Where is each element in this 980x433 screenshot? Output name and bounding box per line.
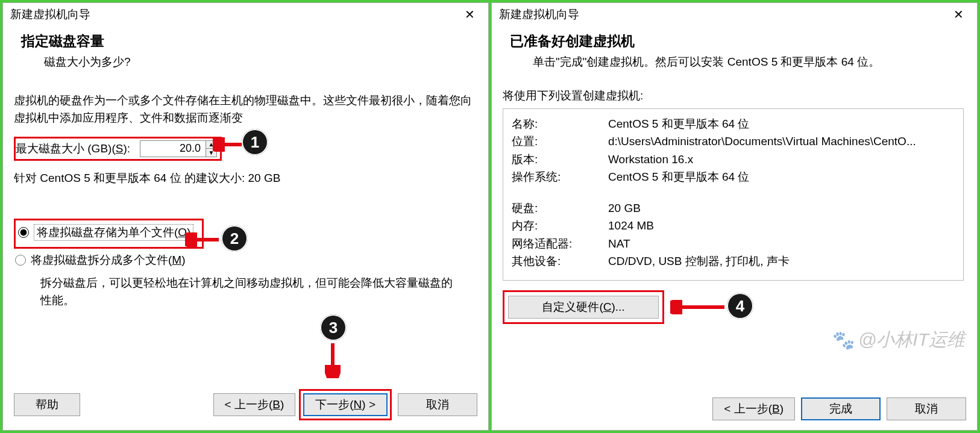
radio-split-files-label: 将虚拟磁盘拆分成多个文件(M)	[31, 252, 185, 268]
summary-value: CD/DVD, USB 控制器, 打印机, 声卡	[608, 252, 790, 270]
radio-single-file-label: 将虚拟磁盘存储为单个文件(O)	[34, 224, 193, 241]
summary-row: 其他设备:CD/DVD, USB 控制器, 打印机, 声卡	[512, 252, 955, 270]
disk-size-input[interactable]	[140, 141, 206, 157]
annotation-badge-4: 4	[727, 293, 753, 319]
back-button[interactable]: < 上一步(B)	[712, 397, 795, 420]
max-disk-size-label: 最大磁盘大小 (GB)(S):	[16, 141, 130, 157]
summary-value: d:\Users\Administrator\Documents\Virtual…	[608, 132, 916, 150]
annotation-badge-3: 3	[320, 314, 347, 341]
summary-key: 版本:	[512, 151, 608, 168]
titlebar: 新建虚拟机向导 ✕	[3, 3, 488, 26]
radio-split-files-input[interactable]	[15, 255, 26, 266]
summary-value: CentOS 5 和更早版本 64 位	[608, 115, 749, 132]
summary-key: 网络适配器:	[512, 235, 608, 252]
summary-value: 20 GB	[608, 199, 641, 217]
summary-key: 内存:	[512, 217, 608, 234]
paw-icon: 🐾	[832, 329, 855, 350]
summary-value: 1024 MB	[608, 217, 654, 234]
summary-row: 网络适配器:NAT	[512, 235, 955, 252]
radio-split-files[interactable]: 将虚拟磁盘拆分成多个文件(M)	[14, 252, 475, 268]
dialog-header: 指定磁盘容量 磁盘大小为多少?	[3, 26, 488, 78]
max-disk-size-highlight: 最大磁盘大小 (GB)(S): ▲ ▼	[14, 137, 222, 161]
watermark: 🐾 @小林IT运维	[832, 328, 965, 352]
header-subtitle: 单击"完成"创建虚拟机。然后可以安装 CentOS 5 和更早版本 64 位。	[510, 54, 959, 70]
spinner-down-icon[interactable]: ▼	[206, 149, 216, 157]
summary-value: NAT	[608, 235, 630, 252]
disk-capacity-dialog: 新建虚拟机向导 ✕ 指定磁盘容量 磁盘大小为多少? 虚拟机的硬盘作为一个或多个文…	[2, 2, 489, 431]
single-file-highlight: 将虚拟磁盘存储为单个文件(O)	[14, 219, 204, 249]
customize-hardware-button[interactable]: 自定义硬件(C)...	[508, 296, 659, 319]
summary-row: 名称:CentOS 5 和更早版本 64 位	[512, 115, 955, 132]
back-button[interactable]: < 上一步(B)	[213, 393, 296, 416]
summary-key: 位置:	[512, 132, 608, 150]
summary-key: 其他设备:	[512, 252, 608, 270]
next-button[interactable]: 下一步(N) >	[303, 393, 388, 416]
description-text: 虚拟机的硬盘作为一个或多个文件存储在主机的物理磁盘中。这些文件最初很小，随着您向…	[14, 92, 475, 127]
help-button[interactable]: 帮助	[14, 393, 80, 416]
summary-row: 内存:1024 MB	[512, 217, 955, 234]
summary-row: 操作系统:CentOS 5 和更早版本 64 位	[512, 168, 955, 185]
header-subtitle: 磁盘大小为多少?	[21, 54, 470, 70]
annotation-arrow-4	[670, 300, 727, 314]
close-icon[interactable]: ✕	[458, 6, 481, 23]
split-explanation: 拆分磁盘后，可以更轻松地在计算机之间移动虚拟机，但可能会降低大容量磁盘的性能。	[14, 270, 475, 310]
header-title: 指定磁盘容量	[21, 32, 470, 51]
disk-size-spinner[interactable]: ▲ ▼	[140, 140, 217, 157]
summary-label: 将使用下列设置创建虚拟机:	[503, 88, 964, 104]
ready-to-create-dialog: 新建虚拟机向导 ✕ 已准备好创建虚拟机 单击"完成"创建虚拟机。然后可以安装 C…	[491, 2, 978, 431]
summary-row: 硬盘:20 GB	[512, 199, 955, 217]
summary-box: 名称:CentOS 5 和更早版本 64 位位置:d:\Users\Admini…	[503, 108, 964, 281]
radio-single-file-input[interactable]	[18, 227, 29, 238]
finish-button[interactable]: 完成	[801, 397, 881, 420]
close-icon[interactable]: ✕	[947, 6, 970, 23]
window-title: 新建虚拟机向导	[10, 7, 458, 22]
summary-row: 位置:d:\Users\Administrator\Documents\Virt…	[512, 132, 955, 150]
radio-single-file[interactable]: 将虚拟磁盘存储为单个文件(O)	[18, 224, 193, 241]
recommended-size-text: 针对 CentOS 5 和更早版本 64 位 的建议大小: 20 GB	[14, 170, 475, 186]
window-title: 新建虚拟机向导	[499, 7, 947, 22]
custom-hardware-highlight: 自定义硬件(C)...	[503, 290, 664, 324]
summary-key: 名称:	[512, 115, 608, 132]
cancel-button[interactable]: 取消	[398, 393, 477, 416]
cancel-button[interactable]: 取消	[887, 397, 966, 420]
titlebar: 新建虚拟机向导 ✕	[492, 3, 977, 26]
dialog-footer: < 上一步(B) 完成 取消	[492, 388, 977, 430]
dialog-footer: 帮助 < 上一步(B) 下一步(N) > 取消 3	[3, 380, 488, 430]
summary-value: CentOS 5 和更早版本 64 位	[608, 168, 749, 185]
annotation-badge-1: 1	[242, 129, 268, 155]
summary-key: 操作系统:	[512, 168, 608, 185]
annotation-badge-2: 2	[221, 225, 248, 252]
header-title: 已准备好创建虚拟机	[510, 32, 959, 51]
spinner-up-icon[interactable]: ▲	[206, 141, 216, 149]
summary-key: 硬盘:	[512, 199, 608, 217]
summary-row: 版本:Workstation 16.x	[512, 151, 955, 168]
summary-value: Workstation 16.x	[608, 151, 693, 168]
next-button-highlight: 下一步(N) >	[299, 389, 392, 420]
dialog-header: 已准备好创建虚拟机 单击"完成"创建虚拟机。然后可以安装 CentOS 5 和更…	[492, 26, 977, 75]
